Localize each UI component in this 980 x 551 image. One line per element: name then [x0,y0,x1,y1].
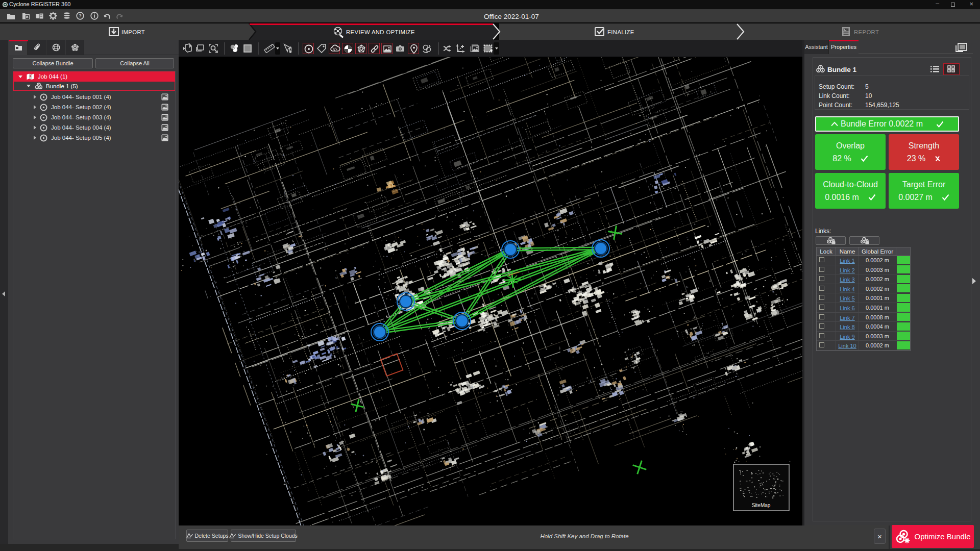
svg-text:SiteMap: SiteMap [752,503,771,508]
svg-text:IMPORT: IMPORT [121,29,145,35]
svg-text:?: ? [79,13,82,18]
svg-text:REPORT: REPORT [854,29,879,35]
svg-text:FINALIZE: FINALIZE [607,29,634,35]
svg-text:REVIEW AND OPTIMIZE: REVIEW AND OPTIMIZE [346,29,415,35]
